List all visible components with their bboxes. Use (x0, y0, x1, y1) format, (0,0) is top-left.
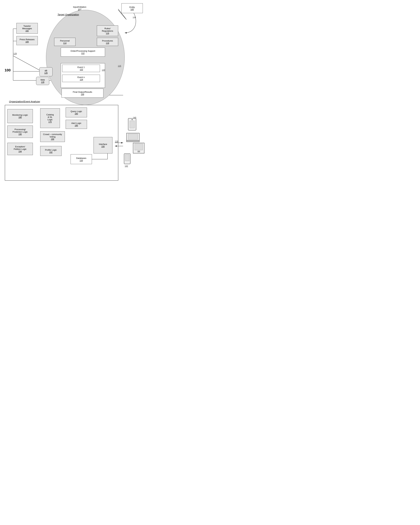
exception-petition-box: Exception/Petition Logic 194 (7, 143, 33, 155)
main-label: 100 (5, 68, 11, 72)
databases-number: 110 (80, 159, 83, 162)
exception-petition-number: 194 (18, 150, 22, 153)
label-119: 119 (115, 140, 118, 143)
events-group-box: Event 1 122 Event n 124 (61, 63, 105, 88)
target-org-label: Target Organization (57, 13, 79, 16)
exception-petition-label: Exception/Petition Logic (14, 145, 27, 150)
rules-label: Rules/Regulations (102, 27, 113, 32)
procedures-label: Procedures (102, 39, 113, 42)
catalog-nl-label: Catalog& NLLogic (47, 113, 54, 121)
eventn-box: Event n 124 (62, 75, 100, 82)
processing-prediction-label: Processing/Prediction Logic (12, 128, 28, 133)
interface-label: Interface (99, 143, 107, 145)
rules-number: 116 (106, 32, 109, 35)
databases-label: Databases (76, 157, 86, 159)
tweets-number: 182 (25, 30, 29, 32)
event1-box: Event 1 122 (62, 65, 100, 72)
final-output-box: Final Output/Results 130 (62, 89, 103, 98)
event1-number: 122 (80, 68, 83, 71)
procedures-box: Procedures 118 (97, 38, 118, 46)
web-number: 128 (41, 81, 44, 83)
monitoring-logic-label: Monitoring Logic (12, 114, 28, 116)
label-142: 142 (125, 165, 128, 167)
personnel-label: Personnel (60, 39, 70, 42)
entity-box: Entity 105 (121, 3, 143, 13)
org-event-analyzer-label: Organization/Event Analyzer (9, 100, 40, 103)
processing-prediction-box: Processing/Prediction Logic 190 (7, 126, 33, 138)
catalog-nl-number: 170 (48, 121, 52, 123)
profile-logic-label: Profile Logic (45, 149, 57, 151)
press-releases-number: 184 (25, 41, 29, 43)
eventn-number: 124 (80, 78, 83, 81)
diagram: 100 Entity 105 Input/Initiation 107 109 … (0, 0, 148, 184)
web-box: Web 128 (36, 77, 49, 85)
svg-line-7 (13, 56, 40, 71)
personnel-box: Personnel 114 (54, 38, 75, 46)
query-logic-number: 160 (75, 112, 78, 115)
device-phone-top (128, 118, 136, 131)
profile-logic-box: Profile Logic 192 (40, 146, 62, 156)
order-processing-number: 112 (81, 52, 84, 55)
device-laptop (126, 133, 140, 142)
alert-logic-box: Alert Logic 185 (66, 120, 87, 129)
catalog-nl-box: Catalog& NLLogic 170 (40, 108, 60, 128)
db-number: 126 (44, 72, 47, 74)
interface-box: Interface 150 (93, 137, 112, 153)
rules-box: Rules/Regulations 116 (97, 25, 118, 36)
label-120: 120 (102, 69, 105, 71)
alert-logic-label: Alert Logic (71, 122, 81, 124)
personnel-number: 114 (63, 42, 66, 44)
crowd-voting-number: 196 (51, 138, 54, 140)
procedures-number: 118 (106, 42, 109, 44)
order-processing-box: Order/Processing Support 112 (61, 47, 105, 57)
event1-label: Event 1 (77, 66, 85, 68)
processing-prediction-number: 190 (18, 133, 22, 135)
interface-number: 150 (101, 145, 104, 148)
entity-number: 105 (131, 8, 134, 11)
entity-label: Entity (130, 6, 135, 8)
db-label: dB (45, 69, 47, 72)
tweets-box: Tweets/Messages 182 (16, 23, 38, 34)
query-logic-box: Query Logic 160 (66, 107, 87, 117)
press-releases-label: Press Releases (19, 38, 35, 41)
device-phone-bottom (124, 153, 131, 164)
final-output-number: 130 (81, 93, 84, 95)
profile-logic-number: 192 (49, 151, 53, 153)
label-129: 129 (13, 53, 17, 55)
tweets-label: Tweets/Messages (22, 25, 32, 30)
db-box: dB 126 (39, 67, 53, 76)
label-115: 115 (118, 65, 121, 67)
monitoring-logic-number: 180 (18, 116, 22, 119)
eventn-label: Event n (77, 76, 85, 78)
crowd-voting-label: Crowd – communityVoting (43, 133, 62, 138)
device-desktop (133, 143, 144, 153)
databases-box: Databases 110 (71, 154, 92, 164)
order-processing-label: Order/Processing Support (71, 50, 95, 52)
label-109: 109 (133, 16, 136, 19)
web-label: Web (41, 79, 45, 81)
crowd-voting-box: Crowd – communityVoting 196 (40, 131, 65, 142)
alert-logic-number: 185 (75, 124, 78, 127)
monitoring-logic-box: Monitoring Logic 180 (7, 109, 33, 123)
press-releases-box: Press Releases 184 (16, 36, 38, 45)
final-output-label: Final Output/Results (73, 91, 92, 93)
query-logic-label: Query Logic (71, 110, 82, 112)
